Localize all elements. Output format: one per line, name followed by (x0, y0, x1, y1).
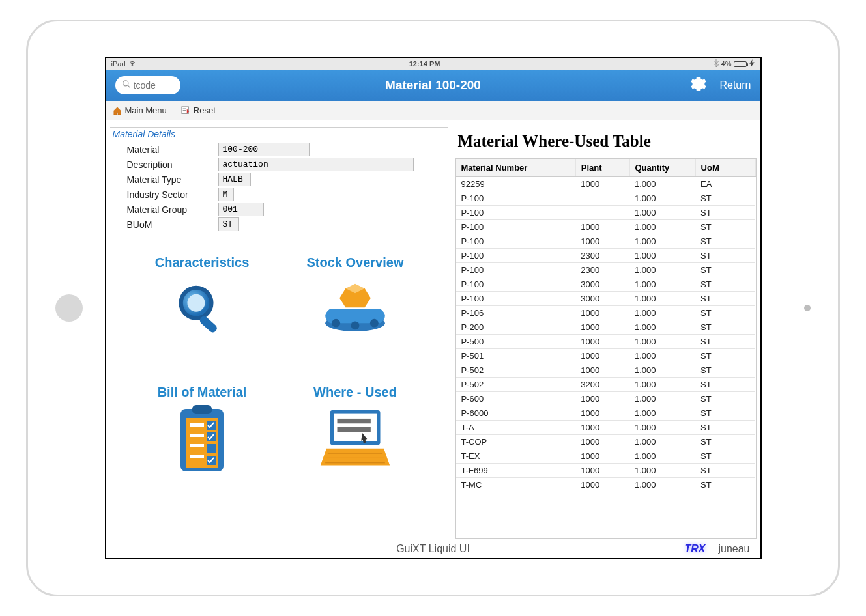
table-row[interactable]: T-EX10001.000ST (456, 449, 756, 464)
svg-point-9 (332, 319, 340, 328)
ipad-frame: iPad 12:14 PM 4% (26, 20, 840, 596)
home-button[interactable] (55, 294, 83, 322)
cell-plant: 1000 (575, 421, 629, 435)
cell-plant: 1000 (575, 234, 629, 249)
cell-qty: 1.000 (629, 435, 695, 449)
table-row[interactable]: P-50010001.000ST (456, 335, 756, 349)
where-used-label: Where - Used (292, 385, 419, 400)
cell-qty: 1.000 (629, 177, 695, 191)
svg-rect-3 (182, 108, 186, 109)
search-field[interactable] (115, 76, 180, 94)
cell-qty: 1.000 (629, 464, 695, 478)
bom-tile[interactable]: Bill of Material (139, 385, 266, 475)
cell-plant: 1000 (575, 220, 629, 234)
table-row[interactable]: P-50110001.000ST (456, 349, 756, 363)
footer-title: GuiXT Liquid UI (396, 543, 470, 555)
svg-rect-13 (192, 405, 212, 414)
magnifier-icon (139, 274, 266, 346)
main-menu-button[interactable]: Main Menu (113, 105, 167, 115)
table-row[interactable]: T-A10001.000ST (456, 421, 756, 435)
material-field[interactable]: 100-200 (218, 143, 310, 156)
search-icon (122, 79, 131, 91)
reset-button[interactable]: Reset (181, 105, 216, 115)
material-group-field[interactable]: 001 (218, 203, 264, 216)
search-input[interactable] (134, 80, 166, 91)
cell-mat: T-COP (456, 435, 576, 449)
table-row[interactable]: P-10023001.000ST (456, 263, 756, 277)
cell-qty: 1.000 (629, 220, 695, 234)
cell-uom: ST (695, 421, 755, 435)
trx-label[interactable]: TRX (684, 543, 705, 555)
toolbar: Main Menu Reset (106, 101, 760, 120)
cell-mat: P-100 (456, 277, 576, 292)
buom-field[interactable]: ST (218, 217, 239, 231)
table-row[interactable]: P-10030001.000ST (456, 277, 756, 292)
table-row[interactable]: P-50210001.000ST (456, 363, 756, 378)
table-row[interactable]: P-1001.000ST (456, 206, 756, 220)
svg-rect-16 (190, 434, 204, 437)
cell-uom: ST (695, 363, 755, 378)
description-field[interactable]: actuation (218, 158, 414, 171)
cell-uom: ST (695, 263, 755, 277)
table-row[interactable]: P-10010001.000ST (456, 234, 756, 249)
svg-rect-7 (198, 315, 218, 334)
table-row[interactable]: P-600010001.000ST (456, 406, 756, 421)
material-details-group: Material Details Material 100-200 Descri… (110, 127, 448, 236)
characteristics-label: Characteristics (139, 255, 266, 270)
bluetooth-icon (714, 59, 719, 68)
material-type-label: Material Type (127, 175, 218, 185)
table-row[interactable]: T-MC10001.000ST (456, 478, 756, 492)
status-bar: iPad 12:14 PM 4% (106, 58, 760, 70)
cell-qty: 1.000 (629, 392, 695, 406)
battery-percent: 4% (721, 60, 732, 68)
table-row[interactable]: P-10023001.000ST (456, 249, 756, 263)
cell-uom: ST (695, 478, 755, 492)
table-row[interactable]: P-10010001.000ST (456, 220, 756, 234)
table-row[interactable]: T-COP10001.000ST (456, 435, 756, 449)
cell-uom: ST (695, 234, 755, 249)
cell-mat: P-106 (456, 306, 576, 320)
lightning-icon (749, 59, 755, 68)
table-row[interactable]: T-F69910001.000ST (456, 464, 756, 478)
table-row[interactable]: P-10030001.000ST (456, 292, 756, 306)
device-label: iPad (111, 60, 126, 68)
where-used-table[interactable]: Material Number Plant Quantity UoM 92259… (455, 158, 757, 539)
characteristics-tile[interactable]: Characteristics (139, 255, 266, 346)
table-row[interactable]: P-20010001.000ST (456, 320, 756, 335)
cell-mat: P-100 (456, 249, 576, 263)
cell-plant: 1000 (575, 464, 629, 478)
computer-icon (292, 404, 419, 475)
table-row[interactable]: 9225910001.000EA (456, 177, 756, 191)
cell-plant: 2300 (575, 263, 629, 277)
svg-point-6 (188, 294, 205, 312)
home-icon (113, 106, 122, 115)
cell-plant: 1000 (575, 406, 629, 421)
return-button[interactable]: Return (719, 79, 751, 91)
industry-sector-field[interactable]: M (218, 188, 234, 201)
cell-plant: 1000 (575, 349, 629, 363)
table-row[interactable]: P-60010001.000ST (456, 392, 756, 406)
cell-mat: P-501 (456, 349, 576, 363)
cell-uom: ST (695, 292, 755, 306)
cell-plant: 3000 (575, 277, 629, 292)
cell-uom: ST (695, 220, 755, 234)
cell-plant: 2300 (575, 249, 629, 263)
cell-mat: P-100 (456, 292, 576, 306)
wifi-icon (128, 60, 136, 68)
where-used-tile[interactable]: Where - Used (292, 385, 419, 475)
material-type-field[interactable]: HALB (218, 173, 251, 186)
screen: iPad 12:14 PM 4% (105, 57, 762, 559)
table-row[interactable]: P-10610001.000ST (456, 306, 756, 320)
col-material-number: Material Number (456, 159, 576, 177)
table-row[interactable]: P-1001.000ST (456, 191, 756, 206)
cell-mat: P-100 (456, 234, 576, 249)
gear-icon[interactable] (691, 76, 706, 94)
svg-point-0 (123, 81, 128, 86)
cell-uom: ST (695, 191, 755, 206)
svg-line-1 (127, 85, 130, 88)
stock-overview-label: Stock Overview (292, 255, 419, 270)
cell-uom: ST (695, 378, 755, 392)
table-row[interactable]: P-50232001.000ST (456, 378, 756, 392)
stock-overview-tile[interactable]: Stock Overview (292, 255, 419, 346)
clock: 12:14 PM (409, 60, 440, 68)
